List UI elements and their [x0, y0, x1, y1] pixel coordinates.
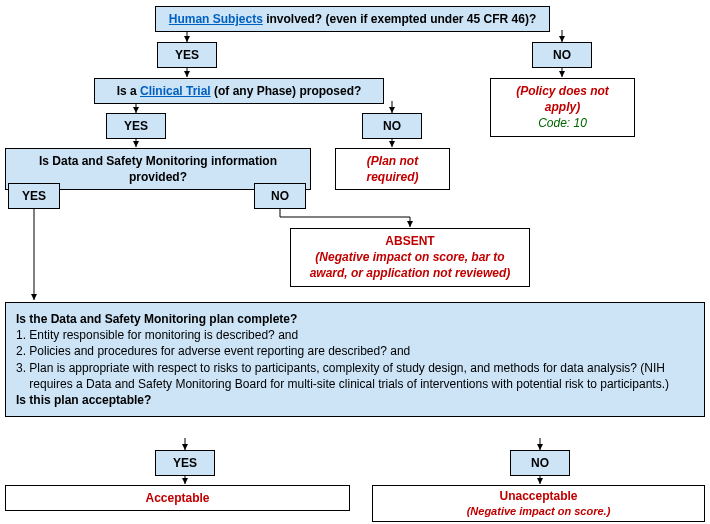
q4-heading: Is the Data and Safety Monitoring plan c…	[16, 311, 694, 327]
policy-code-value: 10	[574, 116, 587, 130]
q2-link[interactable]: Clinical Trial	[140, 84, 211, 98]
absent-sub: (Negative impact on score, bar to award,…	[299, 249, 521, 281]
q1-link[interactable]: Human Subjects	[169, 12, 263, 26]
plan-not-required-box: (Plan not required)	[335, 148, 450, 190]
q1-no: NO	[532, 42, 592, 68]
q4-item1: 1. Entity responsible for monitoring is …	[16, 327, 694, 343]
acceptable-text: Acceptable	[145, 491, 209, 505]
policy-na-box: (Policy does not apply) Code: 10	[490, 78, 635, 137]
absent-box: ABSENT (Negative impact on score, bar to…	[290, 228, 530, 287]
policy-code-label: Code:	[538, 116, 570, 130]
q3-yes: YES	[8, 183, 60, 209]
q2-yes: YES	[106, 113, 166, 139]
unacceptable-box: Unacceptable (Negative impact on score.)	[372, 485, 705, 522]
q1-rest: involved? (even if exempted under 45 CFR…	[263, 12, 536, 26]
q2-pre: Is a	[117, 84, 140, 98]
q3-no: NO	[254, 183, 306, 209]
acceptable-box: Acceptable	[5, 485, 350, 511]
q2-box: Is a Clinical Trial (of any Phase) propo…	[94, 78, 384, 104]
q4-closing: Is this plan acceptable?	[16, 392, 694, 408]
q2-no: NO	[362, 113, 422, 139]
q4-box: Is the Data and Safety Monitoring plan c…	[5, 302, 705, 417]
unacceptable-title: Unacceptable	[381, 488, 696, 504]
q1-yes: YES	[157, 42, 217, 68]
q2-post: (of any Phase) proposed?	[211, 84, 362, 98]
q1-box: Human Subjects involved? (even if exempt…	[155, 6, 550, 32]
q4-item2: 2. Policies and procedures for adverse e…	[16, 343, 694, 359]
q4-no: NO	[510, 450, 570, 476]
policy-na-text: (Policy does not apply)	[499, 83, 626, 115]
q4-item3: 3. Plan is appropriate with respect to r…	[16, 360, 694, 392]
q4-yes: YES	[155, 450, 215, 476]
absent-title: ABSENT	[299, 233, 521, 249]
unacceptable-sub: (Negative impact on score.)	[381, 504, 696, 519]
